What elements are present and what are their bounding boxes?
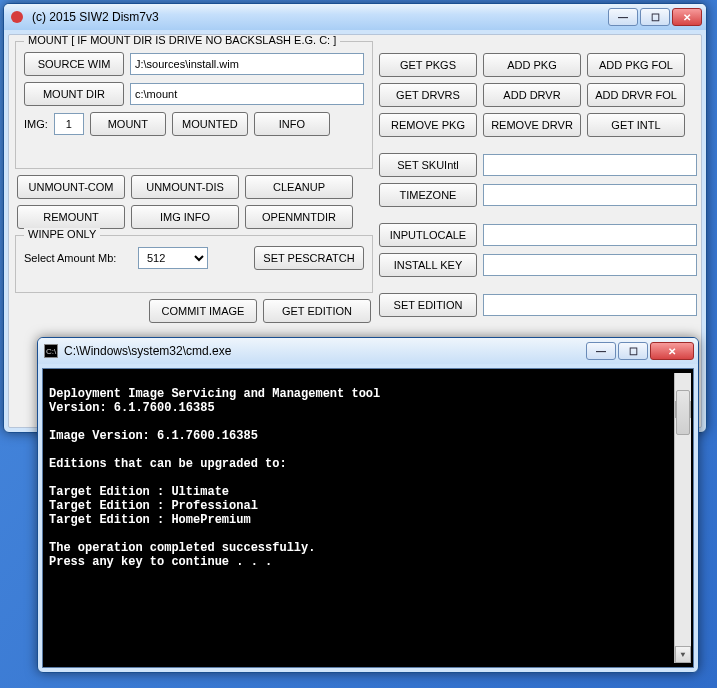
cleanup-button[interactable]: CLEANUP [245, 175, 353, 199]
select-mb-label: Select Amount Mb: [24, 252, 132, 264]
install-key-input[interactable] [483, 254, 697, 276]
info-button[interactable]: INFO [254, 112, 330, 136]
inputlocale-button[interactable]: INPUTLOCALE [379, 223, 477, 247]
scroll-thumb[interactable] [676, 390, 690, 435]
remove-pkg-button[interactable]: REMOVE PKG [379, 113, 477, 137]
cmd-title: C:\Windows\system32\cmd.exe [64, 344, 586, 358]
add-pkg-button[interactable]: ADD PKG [483, 53, 581, 77]
get-edition-button[interactable]: GET EDITION [263, 299, 371, 323]
cmd-close-button[interactable]: ✕ [650, 342, 694, 360]
inputlocale-input[interactable] [483, 224, 697, 246]
unmount-dis-button[interactable]: UNMOUNT-DIS [131, 175, 239, 199]
app-icon [10, 10, 24, 24]
img-info-button[interactable]: IMG INFO [131, 205, 239, 229]
mb-select[interactable]: 512 [138, 247, 208, 269]
minimize-button[interactable]: — [608, 8, 638, 26]
set-edition-input[interactable] [483, 294, 697, 316]
add-pkg-fol-button[interactable]: ADD PKG FOL [587, 53, 685, 77]
timezone-button[interactable]: TIMEZONE [379, 183, 477, 207]
source-wim-input[interactable] [130, 53, 364, 75]
cmd-titlebar[interactable]: C:\ C:\Windows\system32\cmd.exe — ☐ ✕ [38, 338, 698, 364]
remount-button[interactable]: REMOUNT [17, 205, 125, 229]
mount-button[interactable]: MOUNT [90, 112, 166, 136]
set-edition-button[interactable]: SET EDITION [379, 293, 477, 317]
add-drvr-button[interactable]: ADD DRVR [483, 83, 581, 107]
main-title: (c) 2015 SIW2 Dism7v3 [28, 10, 608, 24]
cmd-scrollbar[interactable]: ▲ ▼ [674, 373, 691, 663]
commit-image-button[interactable]: COMMIT IMAGE [149, 299, 257, 323]
source-wim-button[interactable]: SOURCE WIM [24, 52, 124, 76]
scroll-down-icon[interactable]: ▼ [675, 646, 691, 663]
set-pescratch-button[interactable]: SET PESCRATCH [254, 246, 364, 270]
add-drvr-fol-button[interactable]: ADD DRVR FOL [587, 83, 685, 107]
unmount-com-button[interactable]: UNMOUNT-COM [17, 175, 125, 199]
cmd-icon: C:\ [44, 344, 58, 358]
cmd-output: Deployment Image Servicing and Managemen… [49, 373, 674, 663]
svg-point-0 [11, 11, 23, 23]
timezone-input[interactable] [483, 184, 697, 206]
remove-drvr-button[interactable]: REMOVE DRVR [483, 113, 581, 137]
winpe-legend: WINPE ONLY [24, 228, 100, 240]
mount-legend: MOUNT [ IF MOUNT DIR IS DRIVE NO BACKSLA… [24, 34, 340, 46]
get-intl-button[interactable]: GET INTL [587, 113, 685, 137]
mount-dir-button[interactable]: MOUNT DIR [24, 82, 124, 106]
maximize-button[interactable]: ☐ [640, 8, 670, 26]
set-skuintl-button[interactable]: SET SKUIntl [379, 153, 477, 177]
openmntdir-button[interactable]: OPENMNTDIR [245, 205, 353, 229]
cmd-maximize-button[interactable]: ☐ [618, 342, 648, 360]
get-pkgs-button[interactable]: GET PKGS [379, 53, 477, 77]
install-key-button[interactable]: INSTALL KEY [379, 253, 477, 277]
img-label: IMG: [24, 118, 48, 130]
img-input[interactable] [54, 113, 84, 135]
main-titlebar[interactable]: (c) 2015 SIW2 Dism7v3 — ☐ ✕ [4, 4, 706, 30]
get-drvrs-button[interactable]: GET DRVRS [379, 83, 477, 107]
cmd-minimize-button[interactable]: — [586, 342, 616, 360]
close-button[interactable]: ✕ [672, 8, 702, 26]
mount-dir-input[interactable] [130, 83, 364, 105]
mounted-button[interactable]: MOUNTED [172, 112, 248, 136]
skuintl-input[interactable] [483, 154, 697, 176]
